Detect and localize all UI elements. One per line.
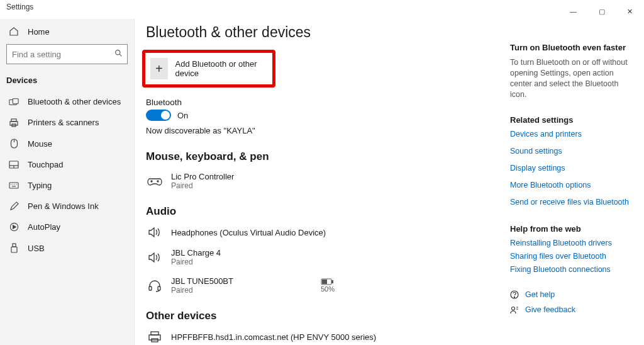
device-row[interactable]: Lic Pro Controller Paired (146, 169, 473, 198)
nav-group-label: Devices (0, 72, 134, 91)
nav-item-label: Touchpad (28, 160, 63, 169)
speaker-icon (147, 227, 162, 238)
svg-rect-26 (331, 281, 333, 283)
speaker-icon (147, 252, 162, 263)
help-icon (510, 290, 519, 299)
nav-home[interactable]: Home (0, 23, 134, 44)
svg-rect-29 (151, 332, 158, 335)
toggle-state-text: On (177, 111, 188, 120)
nav-autoplay[interactable]: AutoPlay (0, 217, 134, 237)
home-icon (9, 26, 19, 37)
device-row[interactable]: JBL Charge 4 Paired (146, 246, 473, 274)
autoplay-icon (9, 222, 19, 232)
svg-rect-23 (149, 286, 152, 290)
svg-rect-4 (10, 122, 18, 125)
headset-icon (147, 280, 162, 292)
printer-icon (9, 118, 19, 127)
svg-point-22 (157, 181, 158, 182)
nav-item-label: Pen & Windows Ink (28, 201, 99, 211)
window-close-button[interactable]: ✕ (616, 3, 644, 20)
tip-body: To turn Bluetooth on or off without open… (510, 57, 633, 100)
device-name: HPFFBFFB.hsd1.in.comcast.net (HP ENVY 50… (171, 332, 376, 342)
nav-typing[interactable]: Typing (0, 175, 134, 196)
device-name: JBL Charge 4 (171, 248, 221, 257)
usb-icon (9, 243, 19, 253)
link-send-receive-files[interactable]: Send or receive files via Bluetooth (510, 198, 633, 206)
mouse-icon (9, 139, 19, 149)
plus-icon: + (150, 58, 168, 79)
svg-line-1 (119, 54, 121, 56)
link-sharing-files[interactable]: Sharing files over Bluetooth (510, 252, 633, 261)
bluetooth-toggle[interactable] (146, 110, 171, 121)
device-row[interactable]: HPFFBFFB.hsd1.in.comcast.net (HP ENVY 50… (146, 329, 473, 345)
svg-rect-12 (9, 183, 18, 188)
device-name: JBL TUNE500BT (171, 276, 233, 286)
svg-point-34 (514, 297, 514, 297)
nav-usb[interactable]: USB (0, 237, 134, 259)
bluetooth-label: Bluetooth (146, 98, 491, 107)
nav-touchpad[interactable]: Touchpad (0, 154, 134, 175)
section-mouse-heading: Mouse, keyboard, & pen (146, 150, 491, 163)
device-name: Headphones (Oculus Virtual Audio Device) (171, 228, 326, 237)
window-title: Settings (6, 3, 33, 11)
section-other-heading: Other devices (146, 310, 491, 322)
help-heading: Help from the web (510, 224, 633, 234)
device-row[interactable]: Headphones (Oculus Virtual Audio Device) (146, 224, 473, 246)
device-status: Paired (171, 181, 234, 190)
device-row[interactable]: JBL TUNE500BT Paired 50% (146, 274, 473, 302)
touchpad-icon (9, 161, 19, 169)
tip-heading: Turn on Bluetooth even faster (510, 43, 633, 52)
nav-item-label: Printers & scanners (28, 118, 99, 127)
nav-home-label: Home (28, 27, 50, 37)
controller-icon (147, 176, 162, 186)
nav-mouse[interactable]: Mouse (0, 133, 134, 154)
nav-item-label: AutoPlay (28, 222, 60, 232)
device-battery: 50% (321, 278, 473, 293)
add-device-label: Add Bluetooth or other device (175, 59, 263, 78)
svg-point-0 (116, 50, 120, 55)
link-more-bluetooth[interactable]: More Bluetooth options (510, 181, 633, 189)
main-panel: Bluetooth & other devices + Add Bluetoot… (146, 24, 510, 345)
svg-rect-3 (13, 98, 18, 103)
search-input[interactable] (6, 44, 128, 64)
nav-printers[interactable]: Printers & scanners (0, 112, 134, 133)
add-device-highlight: + Add Bluetooth or other device (142, 50, 275, 88)
printer-device-icon (147, 331, 162, 342)
discoverable-text: Now discoverable as "KAYLA" (146, 126, 491, 135)
window-maximize-button[interactable]: ▢ (587, 3, 616, 20)
link-fixing-connections[interactable]: Fixing Bluetooth connections (510, 265, 633, 274)
search-icon (114, 49, 123, 57)
svg-rect-24 (158, 286, 160, 290)
link-give-feedback[interactable]: Give feedback (510, 305, 633, 314)
svg-rect-27 (322, 280, 326, 284)
svg-rect-5 (11, 119, 16, 122)
window-minimize-button[interactable]: — (559, 3, 587, 20)
link-reinstall-drivers[interactable]: Reinstalling Bluetooth drivers (510, 239, 633, 247)
section-audio-heading: Audio (146, 205, 491, 218)
nav-item-label: Typing (28, 181, 52, 190)
nav-item-label: Bluetooth & other devices (28, 97, 121, 106)
related-heading: Related settings (510, 115, 633, 125)
aside-panel: Turn on Bluetooth even faster To turn Bl… (510, 24, 633, 345)
add-device-button[interactable]: + Add Bluetooth or other device (148, 55, 269, 82)
pen-icon (9, 201, 19, 211)
link-display-settings[interactable]: Display settings (510, 164, 633, 172)
nav-item-label: Mouse (28, 139, 52, 149)
sidebar: Home Devices Bluetooth & other devices P… (0, 19, 135, 345)
window-controls: — ▢ ✕ (559, 3, 644, 20)
svg-rect-19 (13, 244, 16, 247)
nav-pen[interactable]: Pen & Windows Ink (0, 196, 134, 217)
page-title: Bluetooth & other devices (146, 24, 491, 41)
link-sound-settings[interactable]: Sound settings (510, 147, 633, 156)
svg-rect-28 (149, 335, 160, 340)
svg-point-35 (512, 307, 515, 310)
device-status: Paired (171, 286, 233, 295)
device-name: Lic Pro Controller (171, 172, 234, 181)
svg-rect-20 (11, 247, 17, 252)
link-devices-printers[interactable]: Devices and printers (510, 130, 633, 139)
feedback-icon (510, 305, 519, 314)
link-get-help[interactable]: Get help (510, 290, 633, 299)
device-status: Paired (171, 257, 221, 266)
nav-item-label: USB (28, 244, 45, 253)
nav-bluetooth[interactable]: Bluetooth & other devices (0, 91, 134, 112)
